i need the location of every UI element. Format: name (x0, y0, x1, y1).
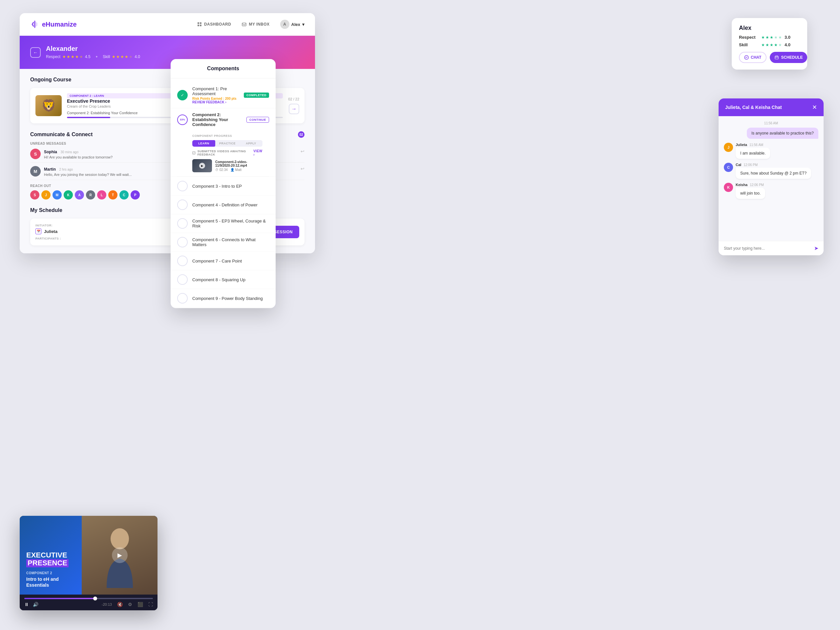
components-card: Components ✓ Component 1: Pre Assessment… (171, 59, 276, 308)
skill-meta: Skill ★★★★★ 4.0 (103, 54, 140, 59)
time-display: -20:13 (102, 602, 112, 606)
play-overlay[interactable]: ▶ (112, 547, 128, 563)
app-header: eHumanize DASHBOARD MY INBOX A Alex ▾ (20, 13, 315, 36)
reach-avatar-2[interactable]: J (41, 190, 51, 199)
alex-actions: CHAT SCHEDULE (739, 52, 800, 63)
alex-skill-stars: ★★★★★ (761, 43, 782, 47)
alex-schedule-button[interactable]: SCHEDULE (770, 52, 807, 63)
cal-chat-avatar: C (724, 163, 733, 172)
keisha-bubble: will join too. (736, 188, 765, 199)
keisha-message: K Keisha 12:06 PM will join too. (724, 183, 818, 199)
reach-avatar-4[interactable]: K (64, 190, 73, 199)
component-2-badge[interactable]: CONTINUE (246, 117, 269, 123)
component-item-3: Component 3 - Intro to EP (171, 177, 276, 196)
sophia-sender: Sophia (44, 150, 57, 154)
practice-tab[interactable]: PRACTICE (216, 140, 239, 147)
video-thumbnail: ▶ (192, 159, 212, 172)
pause-button[interactable]: ⏸ (24, 602, 29, 607)
hero-meta: Respect ★★★★★ 4.5 • Skill ★★★★★ 4.0 (46, 54, 140, 60)
alex-name: Alex (739, 25, 800, 32)
video-player: EXECUTIVE PRESENCE COMPONENT 2 Intro to … (20, 516, 158, 610)
video-meta: ⏱ 02:34 👤 Matt (215, 168, 262, 172)
component-item-6: Component 6 - Connects to What Matters (171, 233, 276, 252)
alex-skill-row: Skill ★★★★★ 4.0 (739, 42, 800, 47)
hero-info: Alexander Respect ★★★★★ 4.5 • Skill ★★★★… (46, 45, 140, 60)
chat-card: Julieta, Cal & Keisha Chat ✕ 11:56 AM Is… (718, 98, 824, 255)
video-play-btn[interactable]: ▶ (199, 163, 205, 169)
send-button[interactable]: ➤ (814, 245, 818, 251)
first-msg-time: 11:56 AM (724, 122, 818, 125)
initiator-name: 📅 Julieta (35, 228, 61, 234)
svg-point-6 (745, 55, 748, 59)
alex-chat-button[interactable]: CHAT (739, 52, 766, 63)
component-8-name: Component 8 - Squaring Up (192, 277, 245, 282)
alex-respect-label: Respect (739, 35, 759, 40)
component-1-review[interactable]: REVIEW FEEDBACK › (192, 100, 239, 104)
back-button[interactable]: ← (30, 47, 41, 58)
logo: eHumanize (30, 20, 77, 29)
chat-close-button[interactable]: ✕ (812, 104, 817, 111)
student-name: Alexander (46, 45, 140, 52)
video-scrubber[interactable] (93, 597, 97, 600)
my-message: Is anyone available to practice this? (724, 128, 818, 139)
reach-avatar-1[interactable]: S (30, 190, 39, 199)
reach-avatar-3[interactable]: M (52, 190, 62, 199)
controls-row: ⏸ 🔊 -20:13 🔇 ⚙ ⬛ ⛶ (24, 602, 153, 607)
svg-rect-1 (200, 22, 202, 24)
fullscreen-button[interactable]: ⛶ (148, 602, 153, 607)
component-item-9: Component 9 - Power Body Standing (171, 289, 276, 308)
reach-avatar-6[interactable]: R (86, 190, 95, 199)
video-title-2: PRESENCE (26, 559, 69, 567)
alex-respect-score: 3.0 (785, 35, 791, 40)
pip-button[interactable]: ⬛ (137, 602, 143, 607)
reach-avatar-10[interactable]: P (131, 190, 140, 199)
video-filename: Component-2-video-11/9/2020-20:12.mp4 (215, 160, 262, 167)
apply-tab[interactable]: APPLY (240, 140, 262, 147)
components-title: Components (178, 66, 268, 71)
my-bubble: Is anyone available to practice this? (747, 128, 818, 139)
component-2-name: Component 2: Establishing Your Confidenc… (192, 112, 242, 127)
communicate-title: Communicate & Connect (30, 131, 93, 137)
martin-reply-icon[interactable]: ↩ (300, 166, 305, 171)
component-item-5: Component 5 - EP3 Wheel, Courage & Risk (171, 214, 276, 233)
submitted-label: SUBMITTED VIDEOS AWAITING FEEDBACK VIEW … (192, 149, 262, 156)
progress-tabs: LEARN PRACTICE APPLY (192, 140, 262, 147)
cal-message: C Cal 12:06 PM Sure, how about Sunday @ … (724, 163, 818, 179)
comp-progress-label: COMPONENT PROGRESS (192, 134, 262, 137)
reach-avatar-9[interactable]: C (120, 190, 129, 199)
user-menu[interactable]: A Alex ▾ (280, 20, 305, 29)
alex-skill-score: 4.0 (785, 42, 791, 47)
reach-avatar-7[interactable]: L (97, 190, 106, 199)
chat-messages: 11:56 AM Is anyone available to practice… (718, 116, 824, 241)
video-right: ▶ (82, 516, 158, 595)
progress-fill (67, 117, 110, 118)
sophia-reply-icon[interactable]: ↩ (300, 148, 305, 154)
volume-button[interactable]: 🔊 (33, 602, 38, 607)
component-9-name: Component 9 - Power Body Standing (192, 296, 263, 301)
component-1-circle: ✓ (177, 90, 188, 100)
component-item-1: ✓ Component 1: Pre Assessment Risk Point… (171, 82, 276, 108)
cal-bubble: Sure, how about Sunday @ 2 pm ET? (736, 168, 811, 179)
reach-avatar-5[interactable]: A (75, 190, 84, 199)
user-avatar: A (280, 20, 289, 29)
chat-title: Julieta, Cal & Keisha Chat (725, 105, 782, 110)
mute-button[interactable]: 🔇 (117, 602, 123, 607)
component-3-name: Component 3 - Intro to EP (192, 184, 242, 189)
chat-input[interactable] (724, 246, 812, 251)
alex-skill-label: Skill (739, 42, 759, 47)
component-4-circle (177, 199, 188, 210)
svg-rect-7 (775, 56, 778, 59)
learn-tab[interactable]: LEARN (192, 140, 215, 147)
video-progress-bar[interactable] (24, 598, 153, 599)
component-5-circle (177, 218, 188, 229)
course-arrow-btn[interactable]: → (289, 104, 299, 114)
dashboard-link[interactable]: DASHBOARD (197, 22, 231, 27)
view-link[interactable]: VIEW › (253, 149, 262, 156)
inbox-link[interactable]: MY INBOX (242, 22, 269, 27)
video-item: ▶ Component-2-video-11/9/2020-20:12.mp4 … (192, 159, 262, 172)
calendar-icon: 📅 (35, 228, 41, 234)
chat-input-area: ➤ (718, 241, 824, 255)
video-component-label: COMPONENT 2 (26, 571, 75, 575)
settings-button[interactable]: ⚙ (128, 602, 132, 607)
reach-avatar-8[interactable]: T (108, 190, 117, 199)
